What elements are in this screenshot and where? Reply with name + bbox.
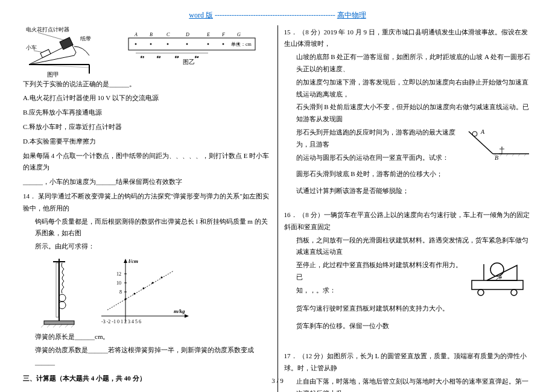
svg-line-2: [38, 33, 65, 40]
device-label: 电火花打点计时器: [26, 27, 69, 33]
interval-text: 如果每隔 4 个点取一个计数点，图中纸带的间距为、、、、、，则打计数点 E 时小…: [23, 150, 271, 174]
svg-marker-49: [124, 259, 127, 263]
svg-text:纸带: 纸带: [80, 36, 91, 42]
svg-text:12: 12: [116, 271, 121, 277]
q14-diagrams: l/cm m/kg 12 10 8 -3 -2 -1 0 1 2 3 4 5 6: [23, 256, 271, 328]
intro-text: 下列关于实验的说法正确的是______。: [23, 78, 271, 90]
q16-num: 16．: [284, 211, 297, 218]
option-a: A.电火花打点计时器使用 10 V 以下的交流电源: [23, 92, 271, 104]
svg-line-42: [71, 324, 74, 327]
svg-rect-36: [44, 321, 74, 324]
cart-diagram: 电火花打点计时器 小车 纸带 图甲: [23, 25, 113, 74]
truck-diagram: θ: [466, 259, 532, 296]
svg-point-62: [143, 287, 145, 289]
svg-text:C: C: [166, 32, 170, 37]
svg-text:8: 8: [119, 289, 122, 295]
svg-point-81: [490, 263, 504, 276]
svg-point-19: [135, 43, 136, 45]
svg-line-40: [59, 324, 62, 327]
left-column: 电火花打点计时器 小车 纸带 图甲: [18, 25, 276, 392]
option-c: C.释放小车时，应靠近打点计时器: [23, 121, 271, 133]
q16-l6: 货车刹车的位移。保留一位小数: [284, 320, 533, 332]
header-subject: 高中物理: [337, 11, 366, 19]
svg-text:s₄: s₄: [195, 54, 198, 59]
q15-l8: 试通过计算判断该游客是否能够脱险；: [284, 185, 533, 197]
q16: 16． （8 分）一辆货车在平直公路上以的速度向右匀速行驶，车上有一倾角为的固定…: [284, 209, 533, 233]
svg-text:θ: θ: [499, 274, 502, 280]
option-b: B.应先释放小车再接通电源: [23, 107, 271, 119]
column-divider: [278, 25, 278, 392]
q15-num: 15．: [284, 28, 297, 36]
svg-rect-77: [472, 280, 523, 289]
q15: 15． （8 分）2019 年 10 月 9 日，重庆市城口县明通镇发生山体滑坡…: [284, 27, 533, 51]
q15-l3: 的加速度匀加速下滑，游客发现后，立即以的加速度向右由静止开始做匀加速直线运动跑离…: [284, 77, 533, 101]
svg-point-20: [150, 43, 151, 45]
svg-text:s₂: s₂: [157, 54, 160, 59]
svg-text:10: 10: [116, 280, 121, 286]
q17-l1: （12 分）如图所示，长为 L 的圆管竖直放置，质量。顶端塞有质量为的弹性小球。…: [284, 352, 527, 371]
svg-text:A: A: [480, 128, 485, 135]
q14: 14． 某同学通过不断改变弹簧上的钩码的方法探究"弹簧形变与弹力的关系"如左图实…: [23, 191, 271, 215]
diagram-row: 电火花打点计时器 小车 纸带 图甲: [23, 25, 271, 74]
slope-diagram: A B: [466, 127, 532, 160]
q14-num: 14．: [23, 192, 36, 200]
svg-point-23: [208, 43, 209, 45]
svg-text:m/kg: m/kg: [174, 308, 185, 314]
svg-text:l/cm: l/cm: [128, 258, 138, 264]
svg-text:F: F: [221, 32, 225, 37]
svg-point-64: [161, 276, 163, 278]
svg-text:D: D: [185, 32, 189, 37]
interval-text2: ______，小车的加速度为______结果保留两位有效数字: [23, 176, 271, 188]
q16-l5: 货车匀速行驶时竖直挡板对建筑材料的支持力大小。: [284, 303, 533, 315]
spring-diagram: [35, 256, 89, 328]
page-number: 3 / 9: [0, 375, 555, 387]
q14-line1: 某同学通过不断改变弹簧上的钩码的方法探究"弹簧形变与弹力的关系"如左图实验中，他…: [23, 192, 269, 212]
ruler-diagram: A B C D E F G 单位：cm: [125, 29, 258, 69]
svg-rect-46: [56, 263, 59, 317]
svg-rect-4: [40, 49, 51, 58]
svg-point-24: [223, 43, 224, 45]
svg-line-38: [47, 324, 50, 327]
svg-text:图甲: 图甲: [47, 71, 59, 78]
svg-line-37: [41, 324, 44, 327]
svg-text:小车: 小车: [26, 45, 37, 51]
svg-text:单位：cm: 单位：cm: [231, 42, 252, 47]
header-dashes: ----------------------------------------…: [215, 11, 335, 19]
q16-l1: （8 分）一辆货车在平直公路上以的速度向右匀速行驶，车上有一倾角为的固定斜面和竖…: [284, 211, 530, 230]
q15-l7: 圆形石头滑到坡底 B 处时，游客前进的位移大小；: [284, 168, 533, 180]
svg-text:B: B: [150, 32, 153, 37]
svg-point-63: [152, 282, 154, 283]
svg-rect-5: [60, 37, 73, 49]
q14-line2: 钩码每个质量都是，而后根据测得的数据作出弹簧总长 l 和所挂钩码质量 m 的关系…: [23, 216, 271, 240]
option-d: D.本实验需要平衡摩擦力: [23, 136, 271, 148]
q17: 17． （12 分）如图所示，长为 L 的圆管竖直放置，质量。顶端塞有质量为的弹…: [284, 350, 533, 375]
q14-ans2: 弹簧的劲度系数是______若将这根弹簧剪掉一半，则新弹簧的劲度系数变成____…: [23, 344, 271, 368]
svg-text:图乙: 图乙: [183, 58, 195, 65]
q15-l4: 石头滑到 B 处前后速度大小不变，但开始以的加速度向右做匀减速直线运动。已知游客…: [284, 101, 533, 125]
svg-point-68: [472, 131, 477, 136]
svg-point-22: [186, 43, 188, 45]
q16-l2: 挡板，之间放有一段的光滑圆柱状建筑材料。路遇突发情况，货车紧急刹车做匀减速直线运…: [284, 235, 533, 259]
svg-point-61: [134, 292, 136, 294]
svg-line-41: [65, 324, 68, 327]
q15-l1: （8 分）2019 年 10 月 9 日，重庆市城口县明通镇发生山体滑坡事故。假…: [284, 28, 528, 48]
svg-text:s₃: s₃: [175, 54, 179, 59]
svg-text:G: G: [237, 32, 241, 37]
svg-line-39: [53, 324, 56, 327]
svg-text:-3 -2 -1 0 1 2 3 4 5 6: -3 -2 -1 0 1 2 3 4 5 6: [101, 319, 141, 324]
graph-diagram: l/cm m/kg 12 10 8 -3 -2 -1 0 1 2 3 4 5 6: [95, 256, 186, 328]
right-column: 15． （8 分）2019 年 10 月 9 日，重庆市城口县明通镇发生山体滑坡…: [279, 25, 538, 392]
svg-point-79: [511, 289, 517, 296]
svg-text:E: E: [206, 32, 210, 37]
q14-line3: 所示。由此可求得：: [23, 241, 271, 253]
svg-point-25: [238, 43, 239, 45]
svg-text:A: A: [134, 32, 138, 37]
header-word: word 版: [189, 11, 213, 19]
svg-point-60: [125, 298, 127, 300]
svg-marker-50: [185, 314, 189, 318]
q15-l2: 山坡的底部 B 处正有一游客逗留，如图所示，此时距坡底的山坡 A 处有一圆形石头…: [284, 51, 533, 75]
svg-text:B: B: [495, 154, 498, 160]
q17-num: 17．: [284, 352, 297, 359]
svg-point-78: [478, 289, 484, 296]
main-content: 电火花打点计时器 小车 纸带 图甲: [0, 22, 555, 392]
